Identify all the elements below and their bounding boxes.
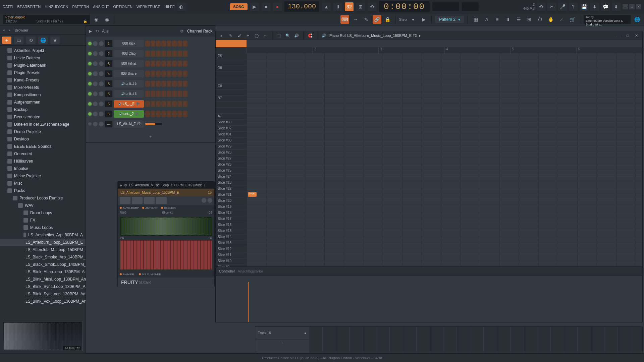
countdown-icon[interactable]: ⊞ [356, 2, 365, 11]
piano-slice-label[interactable]: Slice #24 [216, 174, 247, 180]
tree-item[interactable]: Aktuelles Projekt [0, 47, 86, 54]
step-button[interactable] [151, 111, 155, 117]
touch-button[interactable]: ✋ [546, 15, 555, 24]
step-button[interactable] [156, 101, 161, 107]
step-button[interactable] [177, 41, 182, 47]
metronome-icon[interactable]: ▲ [322, 2, 331, 11]
step-button[interactable] [156, 51, 161, 57]
step-button[interactable] [177, 51, 182, 57]
step-button[interactable] [161, 71, 166, 77]
cr-loop-button[interactable]: ⟲ [95, 29, 99, 34]
add-channel-button[interactable]: + [86, 131, 215, 142]
step-button[interactable] [177, 71, 182, 77]
piano-key-label[interactable] [216, 102, 247, 108]
channel-mixer-num[interactable]: --- [105, 121, 112, 127]
channel-row[interactable]: 3808 HiHat [86, 59, 215, 69]
piano-slice-label[interactable]: Slice #16 [216, 222, 247, 228]
channel-name[interactable]: LS_Aft..M_E #2 [114, 120, 144, 128]
tree-file[interactable]: LS_Black_Smoke_Arp_140BPM_G [0, 253, 86, 261]
step-button[interactable] [172, 81, 177, 87]
step-button[interactable] [167, 41, 171, 47]
browser-back-button[interactable]: ◂ [3, 28, 5, 32]
slicer-knob-2[interactable] [208, 198, 212, 203]
channel-name[interactable]: 808 Kick [114, 40, 144, 47]
link-icon[interactable]: 🔗 [373, 15, 381, 24]
step-button[interactable] [161, 101, 166, 107]
declick-toggle[interactable]: DECLICK [161, 206, 176, 209]
pr-zoom-tool[interactable]: 🔍 [284, 32, 291, 39]
tree-file[interactable]: LS_Blink_Synt..Loop_130BPM_Am [0, 283, 86, 290]
pattern-selector[interactable]: Pattern 2▾ [435, 16, 464, 23]
step-button[interactable] [183, 41, 187, 47]
step-button[interactable] [151, 91, 155, 97]
news-panel[interactable]: Today Eine neuere Version von FL Studio … [584, 15, 631, 24]
channel-pan-knob[interactable] [93, 112, 98, 116]
piano-slice-label[interactable]: Slice #20 [216, 198, 247, 204]
slicer-open-button[interactable] [120, 197, 130, 204]
snap-32-button[interactable]: 32 [345, 2, 354, 11]
tree-item[interactable]: Aufgenommen [0, 99, 86, 106]
step-button[interactable] [177, 101, 182, 107]
pr-sound-icon[interactable]: 🔊 [321, 32, 327, 39]
channel-pan-knob[interactable] [93, 51, 98, 56]
browser-collapse-button[interactable]: ▭ [14, 37, 23, 44]
playlist-add-button[interactable]: + [255, 340, 309, 347]
channel-mixer-num[interactable]: 1 [105, 40, 112, 47]
wait-input-icon[interactable]: ⏸ [333, 2, 342, 11]
step-button[interactable] [167, 101, 171, 107]
tree-item[interactable]: Backup [0, 106, 86, 113]
channel-pan-knob[interactable] [93, 61, 98, 66]
menu-hilfe[interactable]: HILFE [164, 5, 175, 9]
step-button[interactable] [167, 81, 171, 87]
knob-1[interactable]: ◉ [92, 15, 101, 24]
tree-item[interactable]: Plugin-Datenbank [0, 62, 86, 69]
menu-optionen[interactable]: OPTIONEN [113, 5, 132, 9]
step-button[interactable] [145, 41, 150, 47]
tree-item[interactable]: Desktop [0, 135, 86, 143]
step-button[interactable] [177, 81, 182, 87]
tree-item-wav[interactable]: WAV [0, 202, 86, 209]
channel-name[interactable]: unti..t 5 [114, 90, 144, 98]
tree-file[interactable]: LS_Afterclub_M..Loop_150BPM_E [0, 246, 86, 253]
view-channel-button[interactable]: ≡ [493, 15, 501, 24]
piano-roll-header-track[interactable] [216, 40, 247, 47]
tree-item[interactable]: Plugin-Presets [0, 69, 86, 76]
channel-mixer-num[interactable]: 5 [105, 101, 112, 107]
piano-slice-label[interactable]: Slice #15 [216, 228, 247, 234]
piano-slice-label[interactable]: Slice #18 [216, 210, 247, 216]
autodump-toggle[interactable]: AUTO-DUMP [120, 206, 139, 209]
save-icon[interactable]: 💾 [580, 2, 588, 11]
tree-item[interactable]: EEEE EEEE Sounds [0, 143, 86, 150]
piano-key-label[interactable]: C8 [216, 83, 247, 89]
step-button[interactable] [156, 81, 161, 87]
tree-item-musicloops[interactable]: Music Loops [0, 224, 86, 231]
tree-item-drumloops[interactable]: Drum Loops [0, 209, 86, 217]
channel-name[interactable]: unt.._2 ➕ [114, 110, 144, 118]
pr-close-button[interactable]: ✕ [633, 32, 640, 39]
play-button[interactable]: ▶ [250, 2, 259, 11]
step-button[interactable] [167, 71, 171, 77]
loop-icon[interactable]: ⟲ [368, 2, 376, 11]
view-mixer-button[interactable]: ⏸ [503, 15, 512, 24]
piano-slice-label[interactable]: Slice #33 [216, 120, 247, 126]
tree-item-rumble[interactable]: Producer Loops Rumble [0, 194, 86, 202]
channel-row[interactable]: 5unti..t 5 [86, 79, 215, 89]
piano-key-label[interactable]: D8 [216, 65, 247, 71]
piano-slice-label[interactable]: Slice #19 [216, 204, 247, 210]
piano-slice-label[interactable]: Slice #28 [216, 150, 247, 156]
browser-refresh-button[interactable]: ⟲ [26, 37, 36, 44]
channel-row[interactable]: 5unt.._2 ➕ [86, 109, 215, 119]
piano-slice-label[interactable]: Slice #25 [216, 168, 247, 174]
channel-name[interactable]: 808 HiHat [114, 60, 144, 67]
biszum-toggle[interactable]: BIS ZUM ENDE.. [139, 273, 162, 276]
step-button[interactable] [172, 71, 177, 77]
piano-roll-grid[interactable]: Slice.. [247, 53, 642, 266]
step-button[interactable] [172, 41, 177, 47]
pick-button[interactable]: ⟋ [557, 15, 566, 24]
arrow-button[interactable]: → [351, 15, 360, 24]
piano-slice-label[interactable]: Slice #10 [216, 258, 247, 264]
piano-key-label[interactable]: B7 [216, 96, 247, 102]
piano-slice-label[interactable]: Slice #27 [216, 156, 247, 162]
step-button[interactable] [172, 111, 177, 117]
velocity-bar[interactable] [248, 282, 249, 322]
